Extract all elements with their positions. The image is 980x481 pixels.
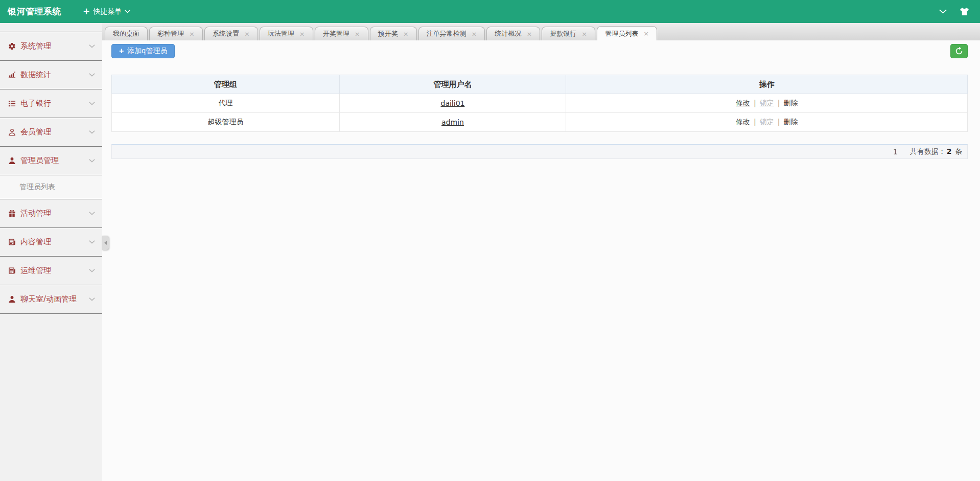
action-lock[interactable]: 锁定 — [760, 99, 774, 107]
sidebar-menu: 系统管理 数据统计 电子银行 会员管理 — [0, 32, 102, 314]
action-delete[interactable]: 删除 — [783, 99, 798, 107]
admin-table: 管理组 管理用户名 操作 代理 daili01 修改|锁定|删除 超级管理员 a… — [111, 75, 968, 132]
chevron-down-icon — [89, 44, 95, 48]
tab-close-icon[interactable]: × — [581, 31, 587, 37]
quick-menu-label: 快捷菜单 — [93, 7, 122, 16]
app-window: 银河管理系统 + 快捷菜单 系统管理 — [0, 0, 980, 481]
tab-bar: 我的桌面 彩种管理 × 系统设置 × 玩法管理 × 开奖管理 × 预开奖 × 注… — [102, 23, 980, 40]
tab[interactable]: 彩种管理 × — [149, 27, 203, 40]
content-area: + 添加q管理员 管理组 管理用户 — [102, 40, 980, 481]
tab[interactable]: 提款银行 × — [542, 27, 595, 40]
sidebar-item-label: 聊天室/动画管理 — [20, 294, 89, 304]
sidebar-item-system[interactable]: 系统管理 — [0, 32, 102, 61]
chevron-down-icon — [89, 102, 95, 105]
chevron-down-icon — [125, 10, 130, 13]
action-separator: | — [778, 99, 780, 107]
action-separator: | — [778, 118, 780, 126]
tab[interactable]: 开奖管理 × — [315, 27, 368, 40]
tab[interactable]: 注单异常检测 × — [418, 27, 485, 40]
cell-group: 代理 — [112, 94, 340, 113]
user-chat-icon — [8, 295, 20, 303]
tab-close-icon[interactable]: × — [355, 31, 360, 37]
total-count-label: 共有数据：2 条 — [910, 147, 962, 156]
user-icon — [8, 128, 20, 136]
page-number[interactable]: 1 — [891, 148, 900, 156]
sidebar-item-stats[interactable]: 数据统计 — [0, 61, 102, 89]
chevron-down-icon — [89, 297, 95, 301]
gift-icon — [8, 210, 20, 217]
action-edit[interactable]: 修改 — [736, 118, 750, 126]
table-body: 代理 daili01 修改|锁定|删除 超级管理员 admin 修改|锁定|删除 — [112, 94, 968, 132]
sidebar-item-label: 活动管理 — [20, 209, 89, 218]
tab-label: 管理员列表 — [605, 29, 638, 38]
tab-label: 系统设置 — [213, 29, 239, 38]
chevron-down-icon — [89, 159, 95, 163]
tab-close-icon[interactable]: × — [189, 31, 195, 37]
refresh-button[interactable] — [950, 44, 968, 58]
plus-icon: + — [119, 47, 124, 55]
refresh-icon — [955, 47, 963, 55]
tab-close-icon[interactable]: × — [526, 31, 532, 37]
tab-close-icon[interactable]: × — [472, 31, 477, 37]
app-title: 银河管理系统 — [0, 6, 61, 17]
sidebar-item-members[interactable]: 会员管理 — [0, 118, 102, 147]
sidebar-collapse-handle[interactable] — [102, 236, 109, 250]
tab[interactable]: 系统设置 × — [204, 27, 258, 40]
cell-username: daili01 — [339, 94, 566, 113]
tab-label: 统计概况 — [495, 29, 521, 38]
header-right-icons — [934, 0, 980, 23]
theme-skin-button[interactable] — [955, 0, 973, 23]
gear-icon — [8, 42, 20, 50]
username-link[interactable]: admin — [441, 118, 464, 126]
chevron-down-icon — [89, 73, 95, 77]
cell-group: 超级管理员 — [112, 113, 340, 132]
bar-chart-icon — [8, 71, 20, 79]
sidebar-item-activities[interactable]: 活动管理 — [0, 199, 102, 228]
cell-username: admin — [339, 113, 566, 132]
tab[interactable]: 统计概况 × — [486, 27, 540, 40]
chevron-down-icon — [89, 130, 95, 134]
pagination-bar: 1 共有数据：2 条 — [111, 144, 968, 159]
sidebar-item-label: 数据统计 — [20, 70, 89, 80]
action-lock[interactable]: 锁定 — [760, 118, 774, 126]
chevron-down-icon — [89, 269, 95, 272]
sidebar-item-label: 内容管理 — [20, 237, 89, 247]
cell-actions: 修改|锁定|删除 — [566, 94, 968, 113]
tab[interactable]: 管理员列表 × — [597, 26, 657, 40]
tab-label: 注单异常检测 — [427, 29, 466, 38]
table-header-row: 管理组 管理用户名 操作 — [112, 75, 968, 94]
tab-close-icon[interactable]: × — [299, 31, 305, 37]
table-row: 代理 daili01 修改|锁定|删除 — [112, 94, 968, 113]
quick-menu-button[interactable]: + 快捷菜单 — [78, 0, 135, 23]
add-admin-button[interactable]: + 添加q管理员 — [111, 44, 175, 58]
tab[interactable]: 我的桌面 — [105, 27, 148, 40]
tshirt-icon — [960, 7, 969, 16]
sidebar-item-label: 系统管理 — [20, 41, 89, 51]
tab-close-icon[interactable]: × — [643, 30, 649, 37]
sidebar-item-chat[interactable]: 聊天室/动画管理 — [0, 285, 102, 314]
total-count-value: 2 — [947, 147, 952, 155]
tab[interactable]: 玩法管理 × — [260, 27, 313, 40]
sidebar-item-ebank[interactable]: 电子银行 — [0, 89, 102, 118]
main-area: 我的桌面 彩种管理 × 系统设置 × 玩法管理 × 开奖管理 × 预开奖 × 注… — [102, 23, 980, 481]
action-delete[interactable]: 删除 — [783, 118, 798, 126]
tab-close-icon[interactable]: × — [244, 31, 250, 37]
tab-label: 彩种管理 — [157, 29, 184, 38]
action-edit[interactable]: 修改 — [736, 99, 750, 107]
action-separator: | — [754, 118, 756, 126]
newspaper-icon — [8, 238, 20, 246]
sidebar-item-label: 会员管理 — [20, 127, 89, 137]
username-link[interactable]: daili01 — [441, 99, 465, 107]
tab-close-icon[interactable]: × — [403, 31, 409, 37]
newspaper-icon — [8, 267, 20, 274]
sidebar-item-label: 电子银行 — [20, 99, 89, 108]
sidebar-item-content[interactable]: 内容管理 — [0, 228, 102, 257]
header-collapse-button[interactable] — [934, 0, 951, 23]
list-ol-icon — [8, 100, 20, 107]
sidebar-item-admins[interactable]: 管理员管理 — [0, 147, 102, 175]
chevron-down-icon — [89, 240, 95, 244]
sidebar-subitem-admin-list[interactable]: 管理员列表 — [0, 175, 102, 199]
sidebar-item-ops[interactable]: 运维管理 — [0, 257, 102, 285]
tab[interactable]: 预开奖 × — [370, 27, 417, 40]
tab-label: 我的桌面 — [113, 29, 139, 38]
